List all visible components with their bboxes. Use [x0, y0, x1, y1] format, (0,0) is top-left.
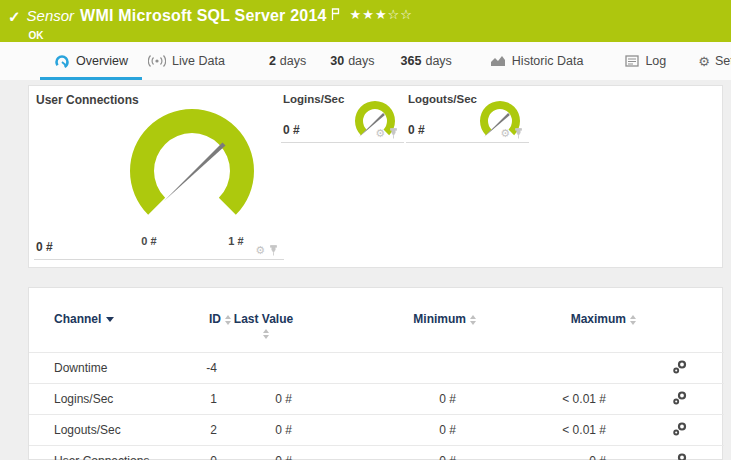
- column-header-minimum[interactable]: Minimum: [296, 288, 476, 353]
- gauge-title: Logins/Sec: [283, 93, 344, 105]
- channel-last-value: 0 #: [231, 384, 296, 415]
- channel-maximum: [476, 353, 636, 384]
- gauge-needle: [164, 142, 226, 201]
- gear-icon: ⚙: [698, 54, 710, 69]
- tab-30-days[interactable]: 30 days: [330, 42, 374, 80]
- channel-minimum: 0 #: [296, 446, 476, 460]
- column-header-tools: [636, 288, 724, 353]
- table-row: Logins/Sec 1 0 # 0 # < 0.01 #: [29, 384, 724, 415]
- tab-overview[interactable]: Overview: [40, 42, 142, 80]
- channel-settings-icon[interactable]: [672, 421, 688, 437]
- column-header-channel[interactable]: Channel: [29, 288, 184, 353]
- tab-label: days: [348, 54, 374, 68]
- sensor-kind-label: Sensor: [27, 7, 75, 24]
- table-header-row: Channel ID Last Value Minimum Maximum: [29, 288, 724, 353]
- channel-id: 2: [184, 415, 231, 446]
- tab-label: Settings: [715, 54, 731, 68]
- sort-desc-icon: [106, 317, 114, 322]
- channel-minimum: [296, 353, 476, 384]
- channel-minimum: 0 #: [296, 415, 476, 446]
- flag-icon[interactable]: [331, 8, 340, 21]
- tab-label: Live Data: [172, 54, 225, 68]
- channel-maximum: < 0.01 #: [476, 415, 636, 446]
- status-ok-check-icon: ✓: [8, 8, 21, 26]
- sensor-header-text: Sensor WMI Microsoft SQL Server 2014 ★★★…: [27, 7, 413, 41]
- tab-label: days: [280, 54, 306, 68]
- logouts-gauge-cell: Logouts/Sec 0 # ⚙: [406, 91, 529, 143]
- pin-icon[interactable]: [389, 128, 398, 139]
- channel-id: 1: [184, 384, 231, 415]
- table-row: Downtime -4: [29, 353, 724, 384]
- channel-name[interactable]: User Connections: [29, 446, 184, 460]
- sensor-content: User Connections 0 # 1 # 0 # ⚙ Logins/Se…: [0, 80, 731, 460]
- channel-name[interactable]: Logouts/Sec: [29, 415, 184, 446]
- pin-icon[interactable]: [514, 128, 523, 139]
- channel-settings-icon[interactable]: [672, 452, 688, 460]
- gauge-tools: ⚙: [375, 128, 398, 139]
- channel-last-value: 0 #: [231, 415, 296, 446]
- gauge-scale-min: 0 #: [134, 235, 164, 247]
- gauge-icon: [54, 53, 70, 69]
- channel-maximum: 0 #: [476, 446, 636, 460]
- tab-label: days: [425, 54, 451, 68]
- channels-table-panel: Channel ID Last Value Minimum Maximum: [28, 287, 723, 460]
- tab-live-data[interactable]: Live Data: [148, 42, 225, 80]
- channel-gear-icon[interactable]: ⚙: [255, 245, 265, 256]
- primary-gauge-cell: User Connections 0 # 1 # 0 # ⚙: [34, 91, 284, 260]
- tab-label: Overview: [76, 54, 128, 68]
- channel-id: -4: [184, 353, 231, 384]
- tab-settings[interactable]: ⚙ Settings: [698, 42, 731, 80]
- tab-number: 30: [330, 54, 344, 68]
- column-header-last-value[interactable]: Last Value: [231, 288, 296, 353]
- column-header-id[interactable]: ID: [184, 288, 231, 353]
- sort-icon: [225, 315, 231, 325]
- channel-last-value: 0 #: [231, 446, 296, 460]
- sensor-header: ✓ Sensor WMI Microsoft SQL Server 2014 ★…: [0, 0, 731, 42]
- sensor-status-badge: OK: [29, 30, 413, 41]
- channels-table: Channel ID Last Value Minimum Maximum: [29, 288, 724, 460]
- user-connections-gauge: [107, 91, 277, 231]
- log-icon: [625, 55, 639, 67]
- channel-gear-icon[interactable]: ⚙: [500, 128, 510, 139]
- pin-icon[interactable]: [269, 245, 278, 256]
- live-data-icon: [148, 55, 166, 67]
- gauges-panel: User Connections 0 # 1 # 0 # ⚙ Logins/Se…: [28, 85, 723, 268]
- gauge-current-value: 0 #: [283, 123, 300, 137]
- table-row: User Connections 0 0 # 0 # 0 #: [29, 446, 724, 460]
- table-row: Logouts/Sec 2 0 # 0 # < 0.01 #: [29, 415, 724, 446]
- tab-2-days[interactable]: 2 days: [269, 42, 306, 80]
- sort-icon: [263, 329, 269, 339]
- tab-historic-data[interactable]: Historic Data: [490, 42, 584, 80]
- channel-name[interactable]: Logins/Sec: [29, 384, 184, 415]
- channel-maximum: < 0.01 #: [476, 384, 636, 415]
- tab-bar: Overview Live Data 2 days 30 days 365 da…: [0, 42, 731, 80]
- priority-stars[interactable]: ★★★☆☆: [350, 7, 413, 22]
- channel-id: 0: [184, 446, 231, 460]
- channel-minimum: 0 #: [296, 384, 476, 415]
- column-header-maximum[interactable]: Maximum: [476, 288, 636, 353]
- logins-gauge-cell: Logins/Sec 0 # ⚙: [281, 91, 404, 143]
- tab-365-days[interactable]: 365 days: [401, 42, 452, 80]
- channel-gear-icon[interactable]: ⚙: [375, 128, 385, 139]
- tab-log[interactable]: Log: [625, 42, 666, 80]
- tab-label: Historic Data: [512, 54, 584, 68]
- channel-settings-icon[interactable]: [672, 359, 688, 375]
- channel-settings-icon[interactable]: [672, 390, 688, 406]
- channel-last-value: [231, 353, 296, 384]
- gauge-current-value: 0 #: [36, 240, 53, 254]
- gauge-tools: ⚙: [500, 128, 523, 139]
- tab-label: Log: [645, 54, 666, 68]
- tab-number: 2: [269, 54, 276, 68]
- sensor-title: WMI Microsoft SQL Server 2014: [80, 7, 326, 25]
- sort-icon: [470, 315, 476, 325]
- gauge-title: Logouts/Sec: [408, 93, 477, 105]
- gauge-current-value: 0 #: [408, 123, 425, 137]
- sort-icon: [630, 315, 636, 325]
- channel-name[interactable]: Downtime: [29, 353, 184, 384]
- gauge-tools: ⚙: [255, 245, 278, 256]
- gauge-scale-max: 1 #: [221, 235, 251, 247]
- tab-number: 365: [401, 54, 422, 68]
- area-chart-icon: [490, 55, 506, 67]
